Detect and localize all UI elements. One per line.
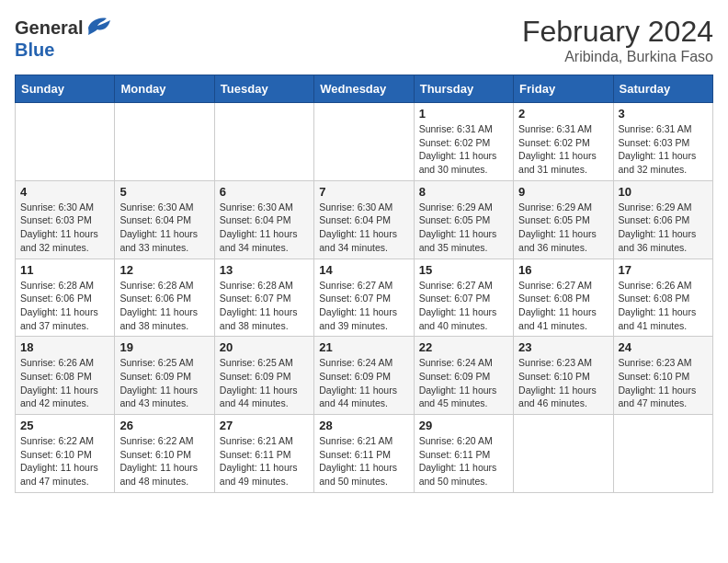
day-cell: 19Sunrise: 6:25 AM Sunset: 6:09 PM Dayli… [115, 337, 214, 415]
day-cell: 24Sunrise: 6:23 AM Sunset: 6:10 PM Dayli… [613, 337, 712, 415]
day-number: 15 [419, 263, 508, 277]
day-number: 25 [20, 419, 109, 432]
weekday-header-monday: Monday [115, 75, 214, 103]
day-cell: 6Sunrise: 6:30 AM Sunset: 6:04 PM Daylig… [214, 180, 313, 259]
week-row-2: 4Sunrise: 6:30 AM Sunset: 6:03 PM Daylig… [16, 180, 713, 259]
day-info: Sunrise: 6:22 AM Sunset: 6:10 PM Dayligh… [20, 434, 109, 488]
day-number: 20 [220, 340, 309, 354]
logo-general: General [15, 18, 83, 37]
day-info: Sunrise: 6:28 AM Sunset: 6:06 PM Dayligh… [20, 279, 109, 333]
day-cell [115, 103, 214, 181]
weekday-header-tuesday: Tuesday [214, 75, 313, 103]
day-info: Sunrise: 6:28 AM Sunset: 6:06 PM Dayligh… [119, 279, 209, 333]
day-info: Sunrise: 6:29 AM Sunset: 6:05 PM Dayligh… [419, 201, 508, 255]
day-cell: 1Sunrise: 6:31 AM Sunset: 6:02 PM Daylig… [414, 103, 513, 181]
day-cell: 9Sunrise: 6:29 AM Sunset: 6:05 PM Daylig… [514, 180, 613, 259]
day-cell: 21Sunrise: 6:24 AM Sunset: 6:09 PM Dayli… [314, 337, 414, 415]
day-number: 4 [20, 185, 109, 199]
day-number: 5 [119, 185, 209, 199]
day-info: Sunrise: 6:23 AM Sunset: 6:10 PM Dayligh… [518, 356, 608, 410]
day-cell [214, 103, 313, 181]
calendar: SundayMondayTuesdayWednesdayThursdayFrid… [15, 75, 713, 493]
week-row-3: 11Sunrise: 6:28 AM Sunset: 6:06 PM Dayli… [16, 259, 713, 337]
location: Aribinda, Burkina Faso [522, 49, 713, 65]
day-info: Sunrise: 6:31 AM Sunset: 6:02 PM Dayligh… [518, 122, 608, 177]
day-info: Sunrise: 6:27 AM Sunset: 6:07 PM Dayligh… [419, 279, 508, 333]
day-number: 16 [518, 263, 608, 277]
day-info: Sunrise: 6:31 AM Sunset: 6:03 PM Dayligh… [619, 122, 708, 177]
day-info: Sunrise: 6:31 AM Sunset: 6:02 PM Dayligh… [419, 122, 508, 177]
day-cell: 23Sunrise: 6:23 AM Sunset: 6:10 PM Dayli… [514, 337, 613, 415]
day-cell: 8Sunrise: 6:29 AM Sunset: 6:05 PM Daylig… [414, 180, 513, 259]
day-info: Sunrise: 6:30 AM Sunset: 6:04 PM Dayligh… [119, 201, 209, 255]
weekday-header-sunday: Sunday [16, 75, 115, 103]
day-number: 6 [220, 185, 309, 199]
day-number: 13 [220, 263, 309, 277]
day-number: 8 [419, 185, 508, 199]
day-cell: 29Sunrise: 6:20 AM Sunset: 6:11 PM Dayli… [414, 415, 513, 493]
day-cell: 17Sunrise: 6:26 AM Sunset: 6:08 PM Dayli… [613, 259, 712, 337]
month-year: February 2024 [522, 15, 713, 49]
day-number: 7 [319, 185, 408, 199]
day-info: Sunrise: 6:29 AM Sunset: 6:06 PM Dayligh… [619, 201, 708, 255]
day-number: 18 [20, 340, 109, 354]
day-cell: 7Sunrise: 6:30 AM Sunset: 6:04 PM Daylig… [314, 180, 414, 259]
day-number: 17 [619, 263, 708, 277]
week-row-4: 18Sunrise: 6:26 AM Sunset: 6:08 PM Dayli… [16, 337, 713, 415]
day-cell: 22Sunrise: 6:24 AM Sunset: 6:09 PM Dayli… [414, 337, 513, 415]
day-cell: 16Sunrise: 6:27 AM Sunset: 6:08 PM Dayli… [514, 259, 613, 337]
day-cell: 12Sunrise: 6:28 AM Sunset: 6:06 PM Dayli… [115, 259, 214, 337]
day-cell: 13Sunrise: 6:28 AM Sunset: 6:07 PM Dayli… [214, 259, 313, 337]
header: General Blue February 2024 Aribinda, Bur… [15, 15, 713, 65]
day-cell: 15Sunrise: 6:27 AM Sunset: 6:07 PM Dayli… [414, 259, 513, 337]
day-number: 3 [619, 107, 708, 121]
day-cell: 2Sunrise: 6:31 AM Sunset: 6:02 PM Daylig… [514, 103, 613, 181]
logo-blue: Blue [15, 40, 54, 60]
week-row-5: 25Sunrise: 6:22 AM Sunset: 6:10 PM Dayli… [16, 415, 713, 493]
day-info: Sunrise: 6:25 AM Sunset: 6:09 PM Dayligh… [119, 356, 209, 410]
day-number: 27 [220, 419, 309, 432]
day-cell: 27Sunrise: 6:21 AM Sunset: 6:11 PM Dayli… [214, 415, 313, 493]
logo: General Blue [15, 15, 110, 60]
day-cell: 11Sunrise: 6:28 AM Sunset: 6:06 PM Dayli… [16, 259, 115, 337]
day-info: Sunrise: 6:30 AM Sunset: 6:04 PM Dayligh… [220, 201, 309, 255]
day-number: 12 [119, 263, 209, 277]
day-info: Sunrise: 6:27 AM Sunset: 6:08 PM Dayligh… [518, 279, 608, 333]
day-info: Sunrise: 6:25 AM Sunset: 6:09 PM Dayligh… [220, 356, 309, 410]
day-number: 22 [419, 340, 508, 354]
day-info: Sunrise: 6:24 AM Sunset: 6:09 PM Dayligh… [319, 356, 408, 410]
day-info: Sunrise: 6:27 AM Sunset: 6:07 PM Dayligh… [319, 279, 408, 333]
day-cell: 4Sunrise: 6:30 AM Sunset: 6:03 PM Daylig… [16, 180, 115, 259]
day-number: 2 [518, 107, 608, 121]
day-number: 21 [319, 340, 408, 354]
day-number: 1 [419, 107, 508, 121]
day-cell [16, 103, 115, 181]
day-cell: 28Sunrise: 6:21 AM Sunset: 6:11 PM Dayli… [314, 415, 414, 493]
day-cell: 10Sunrise: 6:29 AM Sunset: 6:06 PM Dayli… [613, 180, 712, 259]
day-number: 14 [319, 263, 408, 277]
day-info: Sunrise: 6:21 AM Sunset: 6:11 PM Dayligh… [220, 434, 309, 488]
day-number: 24 [619, 340, 708, 354]
weekday-header-thursday: Thursday [414, 75, 513, 103]
day-info: Sunrise: 6:23 AM Sunset: 6:10 PM Dayligh… [619, 356, 708, 410]
day-number: 29 [419, 419, 508, 432]
day-number: 28 [319, 419, 408, 432]
day-cell: 14Sunrise: 6:27 AM Sunset: 6:07 PM Dayli… [314, 259, 414, 337]
day-info: Sunrise: 6:20 AM Sunset: 6:11 PM Dayligh… [419, 434, 508, 488]
day-cell: 25Sunrise: 6:22 AM Sunset: 6:10 PM Dayli… [16, 415, 115, 493]
weekday-header-friday: Friday [514, 75, 613, 103]
day-info: Sunrise: 6:26 AM Sunset: 6:08 PM Dayligh… [619, 279, 708, 333]
weekday-header-saturday: Saturday [613, 75, 712, 103]
day-cell: 18Sunrise: 6:26 AM Sunset: 6:08 PM Dayli… [16, 337, 115, 415]
weekday-header-wednesday: Wednesday [314, 75, 414, 103]
day-cell: 3Sunrise: 6:31 AM Sunset: 6:03 PM Daylig… [613, 103, 712, 181]
day-number: 10 [619, 185, 708, 199]
weekday-header-row: SundayMondayTuesdayWednesdayThursdayFrid… [16, 75, 713, 103]
day-number: 11 [20, 263, 109, 277]
day-info: Sunrise: 6:24 AM Sunset: 6:09 PM Dayligh… [419, 356, 508, 410]
day-info: Sunrise: 6:30 AM Sunset: 6:03 PM Dayligh… [20, 201, 109, 255]
day-info: Sunrise: 6:28 AM Sunset: 6:07 PM Dayligh… [220, 279, 309, 333]
day-number: 26 [119, 419, 209, 432]
day-cell [613, 415, 712, 493]
day-number: 9 [518, 185, 608, 199]
